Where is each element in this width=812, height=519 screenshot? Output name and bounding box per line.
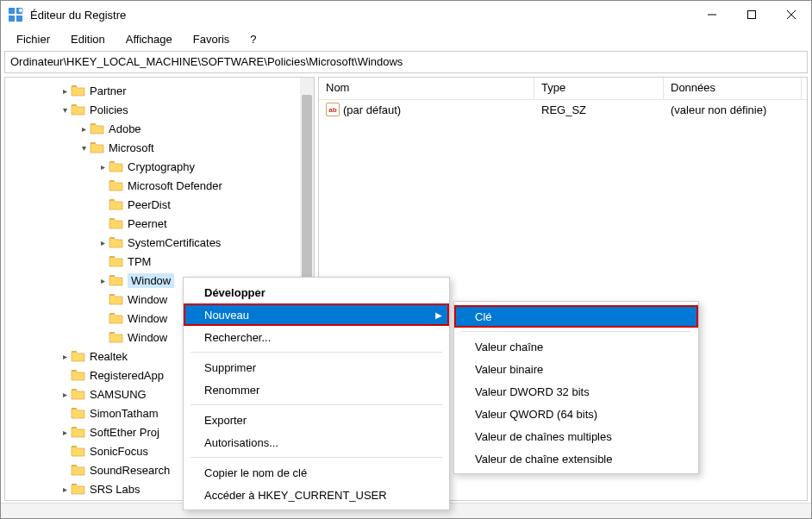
menu-item-label: Nouveau bbox=[204, 309, 249, 322]
svg-point-4 bbox=[19, 9, 23, 13]
tree-label: SonicFocus bbox=[90, 445, 153, 458]
context-menu-item[interactable]: Accéder à HKEY_CURRENT_USER bbox=[184, 484, 449, 506]
folder-icon bbox=[71, 405, 86, 421]
chevron-icon[interactable]: ▸ bbox=[97, 162, 109, 172]
maximize-button[interactable] bbox=[732, 1, 771, 28]
menu-view[interactable]: Affichage bbox=[117, 31, 181, 47]
context-menu-item[interactable]: Valeur binaire bbox=[454, 358, 698, 380]
tree-item[interactable]: ▾Microsoft bbox=[5, 138, 314, 157]
chevron-icon[interactable]: ▸ bbox=[59, 86, 71, 96]
svg-rect-14 bbox=[109, 180, 115, 182]
folder-icon bbox=[109, 329, 124, 345]
svg-rect-19 bbox=[109, 275, 115, 277]
context-menu-item[interactable]: Valeur chaîne bbox=[454, 335, 698, 358]
menu-separator bbox=[191, 457, 442, 458]
chevron-icon[interactable]: ▸ bbox=[59, 390, 71, 399]
folder-icon bbox=[109, 216, 124, 231]
context-menu-new: CléValeur chaîneValeur binaireValeur DWO… bbox=[453, 301, 699, 474]
address-bar[interactable]: Ordinateur\HKEY_LOCAL_MACHINE\SOFTWARE\P… bbox=[4, 51, 808, 73]
tree-label: Microsoft Defender bbox=[128, 179, 228, 192]
context-menu-item[interactable]: Développer bbox=[184, 281, 449, 303]
menu-help[interactable]: ? bbox=[241, 31, 265, 47]
chevron-icon[interactable]: ▾ bbox=[78, 143, 90, 153]
svg-rect-26 bbox=[72, 408, 77, 410]
svg-rect-24 bbox=[72, 370, 77, 372]
context-menu-item[interactable]: Valeur de chaînes multiples bbox=[454, 425, 698, 447]
context-menu-item[interactable]: Exporter bbox=[184, 409, 449, 431]
tree-label: Window bbox=[128, 293, 172, 306]
context-menu-item[interactable]: Clé bbox=[454, 305, 698, 328]
menu-item-label: Valeur de chaînes multiples bbox=[475, 430, 612, 443]
column-header[interactable]: Données bbox=[664, 78, 802, 99]
menu-item-label: Exporter bbox=[204, 414, 247, 427]
context-menu-item[interactable]: Rechercher... bbox=[184, 326, 449, 348]
tree-item[interactable]: ▸SystemCertificates bbox=[5, 233, 314, 252]
folder-icon bbox=[109, 234, 124, 250]
string-value-icon: ab bbox=[326, 103, 340, 116]
context-menu-item[interactable]: Renommer bbox=[184, 378, 449, 401]
svg-rect-3 bbox=[16, 16, 22, 22]
tree-item[interactable]: TPM bbox=[5, 252, 314, 271]
minimize-button[interactable] bbox=[692, 1, 732, 28]
svg-rect-21 bbox=[109, 313, 115, 315]
tree-item[interactable]: ▾Policies bbox=[5, 100, 314, 119]
menu-item-label: Supprimer bbox=[204, 361, 256, 374]
menu-item-label: Accéder à HKEY_CURRENT_USER bbox=[204, 489, 387, 502]
list-row[interactable]: ab(par défaut)REG_SZ(valeur non définie) bbox=[319, 100, 807, 119]
context-menu-item[interactable]: Supprimer bbox=[184, 356, 449, 378]
chevron-icon[interactable]: ▸ bbox=[59, 428, 71, 437]
tree-label: SoftEther Proj bbox=[90, 426, 165, 439]
tree-label: SystemCertificates bbox=[128, 236, 226, 249]
svg-rect-9 bbox=[72, 85, 77, 87]
folder-icon bbox=[109, 253, 124, 269]
chevron-icon[interactable]: ▸ bbox=[59, 485, 71, 494]
tree-item[interactable]: ▸Cryptography bbox=[5, 157, 314, 176]
context-menu-item[interactable]: Valeur DWORD 32 bits bbox=[454, 380, 698, 403]
tree-label: Partner bbox=[90, 84, 132, 97]
chevron-icon[interactable]: ▸ bbox=[78, 124, 90, 134]
folder-icon bbox=[71, 386, 86, 402]
menu-item-label: Rechercher... bbox=[204, 331, 271, 344]
tree-label: Peernet bbox=[128, 217, 172, 230]
folder-icon bbox=[71, 443, 86, 459]
chevron-icon[interactable]: ▸ bbox=[59, 352, 71, 361]
svg-rect-12 bbox=[91, 142, 96, 144]
context-menu-item[interactable]: Copier le nom de clé bbox=[184, 461, 449, 484]
tree-item[interactable]: PeerDist bbox=[5, 195, 314, 214]
tree-item[interactable]: ▸Adobe bbox=[5, 119, 314, 138]
menu-item-label: Valeur de chaîne extensible bbox=[475, 453, 612, 466]
context-menu-item[interactable]: Nouveau▶ bbox=[184, 303, 449, 326]
chevron-icon[interactable]: ▾ bbox=[59, 105, 71, 115]
menu-item-label: Développer bbox=[204, 286, 265, 299]
chevron-icon[interactable]: ▸ bbox=[97, 238, 109, 247]
tree-item[interactable]: ▸Partner bbox=[5, 81, 314, 100]
menu-separator bbox=[461, 331, 691, 332]
svg-rect-29 bbox=[72, 465, 77, 466]
tree-item[interactable]: Peernet bbox=[5, 214, 314, 233]
context-menu-item[interactable]: Valeur QWORD (64 bits) bbox=[454, 403, 698, 425]
menu-item-label: Copier le nom de clé bbox=[204, 466, 307, 479]
folder-icon bbox=[71, 367, 86, 383]
menu-edit[interactable]: Edition bbox=[62, 31, 114, 47]
title-bar: Éditeur du Registre bbox=[1, 1, 811, 28]
tree-label: SoundResearch bbox=[90, 464, 175, 477]
menu-separator bbox=[191, 404, 442, 405]
menu-item-label: Valeur binaire bbox=[475, 363, 543, 376]
context-menu-item[interactable]: Autorisations... bbox=[184, 431, 449, 453]
folder-icon bbox=[71, 83, 86, 98]
column-header[interactable]: Type bbox=[534, 78, 664, 99]
close-button[interactable] bbox=[771, 1, 811, 28]
tree-item[interactable]: Microsoft Defender bbox=[5, 176, 314, 195]
menu-favorites[interactable]: Favoris bbox=[184, 31, 239, 47]
tree-label: Window bbox=[128, 273, 174, 288]
folder-icon bbox=[109, 272, 124, 288]
tree-label: Cryptography bbox=[128, 160, 200, 173]
column-header[interactable]: Nom bbox=[319, 78, 534, 99]
svg-rect-2 bbox=[9, 16, 15, 22]
menu-item-label: Clé bbox=[475, 310, 492, 323]
context-menu-item[interactable]: Valeur de chaîne extensible bbox=[454, 447, 698, 470]
menu-file[interactable]: Fichier bbox=[8, 31, 59, 47]
chevron-icon[interactable]: ▸ bbox=[97, 276, 109, 285]
menu-item-label: Valeur DWORD 32 bits bbox=[475, 385, 590, 398]
tree-label: Adobe bbox=[109, 122, 147, 135]
